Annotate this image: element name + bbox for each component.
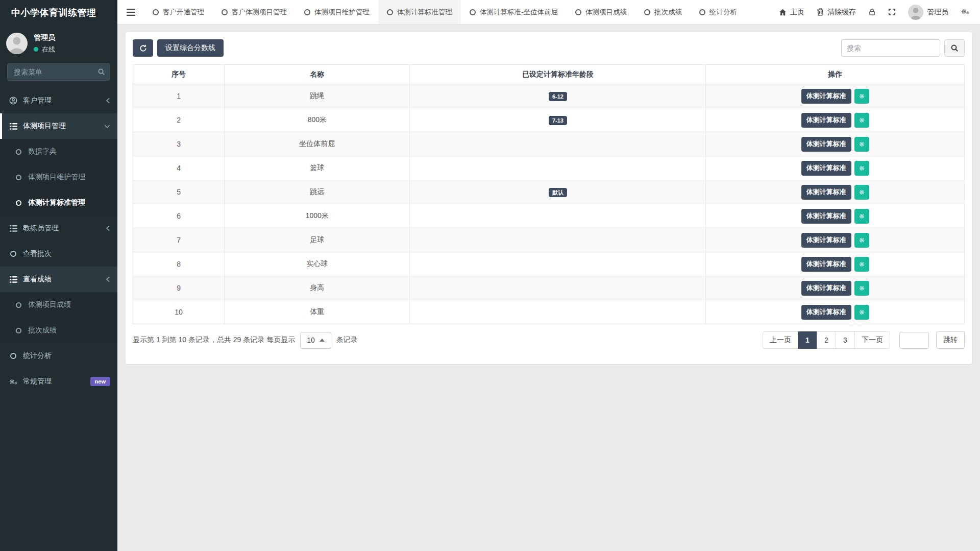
table-search-input[interactable] [841, 39, 940, 57]
lock-screen-button[interactable] [868, 8, 876, 16]
sidebar-item-fitness-project-scores[interactable]: 体测项目成绩 [0, 292, 117, 318]
row-settings-button[interactable] [854, 137, 869, 152]
sidebar-item-batch-scores[interactable]: 批次成绩 [0, 318, 117, 343]
trash-icon [817, 8, 824, 16]
tab-batch-scores[interactable]: 批次成绩 [635, 0, 691, 24]
page-button-2[interactable]: 2 [817, 331, 836, 349]
sidebar-item-data-dictionary[interactable]: 数据字典 [0, 139, 117, 164]
table-row: 9身高体测计算标准 [133, 276, 965, 300]
user-status: 在线 [34, 45, 55, 54]
calc-standard-button[interactable]: 体测计算标准 [801, 89, 851, 104]
row-settings-button[interactable] [854, 161, 869, 176]
topbar-user-name: 管理员 [927, 8, 948, 17]
calc-standard-button[interactable]: 体测计算标准 [801, 281, 851, 296]
table-row: 5跳远默认体测计算标准 [133, 180, 965, 204]
calc-standard-button[interactable]: 体测计算标准 [801, 113, 851, 128]
sidebar-submenu: 数据字典体测项目维护管理体测计算标准管理 [0, 139, 117, 215]
sidebar-search-input[interactable] [7, 63, 110, 81]
next-page-button[interactable]: 下一页 [854, 331, 890, 349]
calc-standard-button[interactable]: 体测计算标准 [801, 233, 851, 248]
topbar-user[interactable]: 管理员 [908, 5, 948, 20]
toolbar: 设置综合分数线 [133, 39, 965, 57]
row-settings-button[interactable] [854, 305, 869, 320]
calc-standard-button[interactable]: 体测计算标准 [801, 185, 851, 200]
circle-icon [644, 9, 650, 15]
content-card: 设置综合分数线 序号名称已设定计算标准年龄段操作 1跳绳6-12体测计算标准28… [126, 32, 972, 364]
sidebar-item-view-scores[interactable]: 查看成绩 [0, 267, 117, 292]
calc-standard-button[interactable]: 体测计算标准 [801, 305, 851, 320]
calc-standard-button[interactable]: 体测计算标准 [801, 161, 851, 176]
refresh-button[interactable] [133, 39, 153, 57]
table-search-button[interactable] [944, 39, 965, 57]
calc-standard-button[interactable]: 体测计算标准 [801, 137, 851, 152]
row-actions: 体测计算标准 [706, 113, 964, 128]
row-index: 10 [133, 300, 225, 324]
sidebar-item-fitness-calc-standard[interactable]: 体测计算标准管理 [0, 190, 117, 215]
settings-button[interactable] [961, 8, 970, 16]
topbar-right: 主页 清除缓存 管理员 [779, 0, 980, 24]
row-settings-button[interactable] [854, 89, 869, 104]
row-settings-button[interactable] [854, 113, 869, 128]
tab-fitness-calc-standard-sit-reach[interactable]: 体测计算标准-坐位体前屈 [461, 0, 567, 24]
tab-customer-activation[interactable]: 客户开通管理 [144, 0, 213, 24]
tab-statistics-analysis[interactable]: 统计分析 [691, 0, 746, 24]
chevron-down-icon [104, 124, 110, 129]
sidebar-item-coach-management[interactable]: 教练员管理 [0, 215, 117, 241]
gear-icon [859, 285, 865, 292]
sidebar-item-view-batches[interactable]: 查看批次 [0, 241, 117, 267]
calc-standard-button[interactable]: 体测计算标准 [801, 209, 851, 224]
item-name: 800米 [225, 108, 410, 132]
clear-cache-button[interactable]: 清除缓存 [817, 8, 856, 17]
age-range-badge: 7-13 [549, 116, 567, 125]
page-jump-button[interactable]: 跳转 [936, 331, 965, 349]
gear-icon [859, 237, 865, 244]
user-panel: 管理员 在线 [0, 26, 117, 60]
row-actions: 体测计算标准 [706, 137, 964, 152]
column-header: 名称 [225, 65, 410, 84]
sidebar-item-label: 体测项目管理 [23, 122, 99, 131]
row-settings-button[interactable] [854, 233, 869, 248]
prev-page-button[interactable]: 上一页 [763, 331, 798, 349]
sidebar: 中小学体育训练管理 管理员 在线 客户管理体测项目管理数据字典体测项目维护管理体… [0, 0, 117, 551]
row-settings-button[interactable] [854, 281, 869, 296]
circle-icon [470, 9, 476, 15]
item-name: 篮球 [225, 156, 410, 180]
tab-label: 体测项目成绩 [585, 8, 627, 17]
sidebar-item-fitness-project-maintenance[interactable]: 体测项目维护管理 [0, 164, 117, 190]
tab-fitness-project-maintenance[interactable]: 体测项目维护管理 [296, 0, 378, 24]
row-settings-button[interactable] [854, 257, 869, 272]
sidebar-item-customer-management[interactable]: 客户管理 [0, 88, 117, 113]
home-icon [779, 9, 787, 16]
page-button-1[interactable]: 1 [798, 331, 817, 349]
page-jump-input[interactable] [899, 332, 929, 349]
tab-label: 客户开通管理 [163, 8, 204, 17]
search-icon[interactable] [97, 68, 105, 76]
age-range-cell [410, 300, 706, 324]
circle-icon [575, 9, 581, 15]
calc-standard-button[interactable]: 体测计算标准 [801, 257, 851, 272]
sidebar-item-fitness-project-management[interactable]: 体测项目管理 [0, 113, 117, 139]
tab-fitness-project-scores[interactable]: 体测项目成绩 [567, 0, 635, 24]
hamburger-menu-button[interactable] [117, 0, 144, 24]
set-composite-score-button[interactable]: 设置综合分数线 [157, 39, 224, 57]
refresh-icon [139, 44, 147, 52]
item-name: 实心球 [225, 252, 410, 276]
item-name: 跳远 [225, 180, 410, 204]
sidebar-item-statistics-analysis[interactable]: 统计分析 [0, 343, 117, 369]
fullscreen-button[interactable] [888, 8, 896, 16]
chevron-left-icon [106, 98, 110, 104]
row-index: 2 [133, 108, 225, 132]
gear-icon [859, 213, 865, 220]
column-header: 已设定计算标准年龄段 [410, 65, 706, 84]
home-link[interactable]: 主页 [779, 8, 804, 17]
gear-icon [859, 165, 865, 172]
tab-fitness-calc-standard[interactable]: 体测计算标准管理 [378, 0, 461, 24]
row-settings-button[interactable] [854, 185, 869, 200]
row-settings-button[interactable] [854, 209, 869, 224]
page-size-select[interactable]: 10 [300, 332, 331, 349]
age-range-cell [410, 204, 706, 228]
tab-customer-fitness-projects[interactable]: 客户体测项目管理 [213, 0, 296, 24]
sidebar-item-general-management[interactable]: 常规管理new [0, 369, 117, 394]
app-title: 中小学体育训练管理 [0, 0, 117, 26]
page-button-3[interactable]: 3 [836, 331, 855, 349]
